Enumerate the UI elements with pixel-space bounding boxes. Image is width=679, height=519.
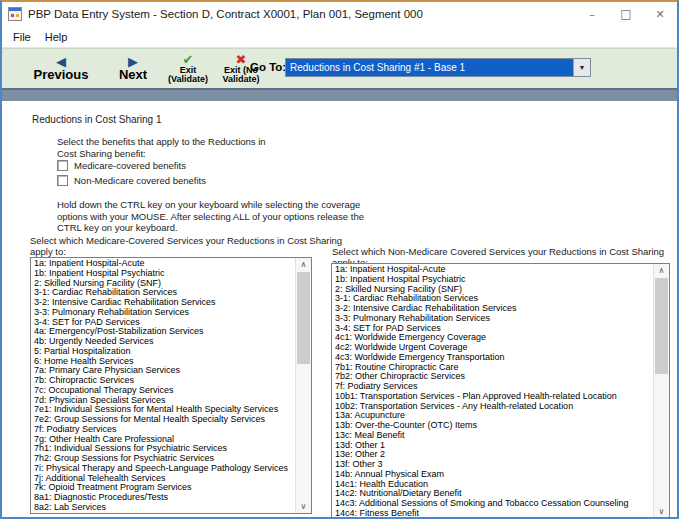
page-title: Reductions in Cost Sharing 1 xyxy=(32,114,162,125)
content-area: Reductions in Cost Sharing 1 Select the … xyxy=(2,101,677,519)
medicare-benefits-checkbox-row[interactable]: Medicare-covered benefits xyxy=(57,160,186,171)
menu-help[interactable]: Help xyxy=(38,29,75,45)
non-medicare-list-scrollbar[interactable]: ∧ ∨ xyxy=(653,264,669,518)
non-medicare-benefits-checkbox[interactable] xyxy=(57,175,68,186)
chevron-down-icon[interactable]: ▼ xyxy=(573,59,590,76)
next-button[interactable]: ▶ Next xyxy=(106,50,160,87)
next-label: Next xyxy=(119,68,147,82)
medicare-services-listbox[interactable]: 1a: Inpatient Hospital-Acute1b: Inpatien… xyxy=(30,257,312,514)
window-title: PBP Data Entry System - Section D, Contr… xyxy=(28,8,423,20)
goto-dropdown[interactable]: Reductions in Cost Sharing #1 - Base 1 ▼ xyxy=(285,58,591,77)
check-icon: ✔ xyxy=(183,53,194,66)
goto-dropdown-value: Reductions in Cost Sharing #1 - Base 1 xyxy=(286,59,573,76)
toolbar: ◀ Previous ▶ Next ✔ Exit (Validate) ✖ Ex… xyxy=(2,48,677,88)
title-bar: PBP Data Entry System - Section D, Contr… xyxy=(2,2,677,26)
x-icon: ✖ xyxy=(236,53,247,66)
medicare-benefits-checkbox[interactable] xyxy=(57,160,68,171)
close-icon[interactable]: ✕ xyxy=(643,2,677,26)
scrollbar-thumb[interactable] xyxy=(655,278,668,374)
list-item[interactable]: 8a2: Lab Services xyxy=(34,503,295,513)
scroll-down-icon[interactable]: ∨ xyxy=(654,505,669,518)
goto-label: Go To: xyxy=(250,61,286,73)
toolbar-separator xyxy=(2,88,677,101)
non-medicare-services-list: 1a: Inpatient Hospital-Acute1b: Inpatien… xyxy=(332,264,653,518)
scroll-down-icon[interactable]: ∨ xyxy=(296,500,311,513)
app-window: PBP Data Entry System - Section D, Contr… xyxy=(0,0,679,519)
app-icon xyxy=(8,7,22,21)
maximize-icon[interactable]: □ xyxy=(609,2,643,26)
non-medicare-benefits-checkbox-row[interactable]: Non-Medicare covered benefits xyxy=(57,175,206,186)
window-controls: – □ ✕ xyxy=(575,2,677,26)
menu-file[interactable]: File xyxy=(6,29,38,45)
list-item[interactable]: 14c4: Fitness Benefit xyxy=(335,509,653,518)
previous-button[interactable]: ◀ Previous xyxy=(20,50,102,87)
benefits-prompt: Select the benefits that apply to the Re… xyxy=(57,136,266,159)
non-medicare-services-listbox[interactable]: 1a: Inpatient Hospital-Acute1b: Inpatien… xyxy=(331,263,670,519)
medicare-list-scrollbar[interactable]: ∧ ∨ xyxy=(295,258,311,513)
non-medicare-benefits-checkbox-label: Non-Medicare covered benefits xyxy=(74,175,206,186)
menu-bar: File Help xyxy=(2,26,677,48)
scrollbar-thumb[interactable] xyxy=(297,272,310,364)
medicare-list-label: Select which Medicare-Covered Services y… xyxy=(30,235,342,257)
exit-validate-button[interactable]: ✔ Exit (Validate) xyxy=(163,50,213,87)
minimize-icon[interactable]: – xyxy=(575,2,609,26)
list-item[interactable]: 13e: Other 2 xyxy=(335,450,653,460)
scroll-up-icon[interactable]: ∧ xyxy=(654,264,669,277)
ctrl-key-instruction: Hold down the CTRL key on your keyboard … xyxy=(57,199,364,234)
medicare-benefits-checkbox-label: Medicare-covered benefits xyxy=(74,160,186,171)
previous-label: Previous xyxy=(34,68,89,82)
scroll-up-icon[interactable]: ∧ xyxy=(296,258,311,271)
medicare-services-list: 1a: Inpatient Hospital-Acute1b: Inpatien… xyxy=(31,258,295,513)
exit-validate-label: Exit (Validate) xyxy=(168,66,208,85)
